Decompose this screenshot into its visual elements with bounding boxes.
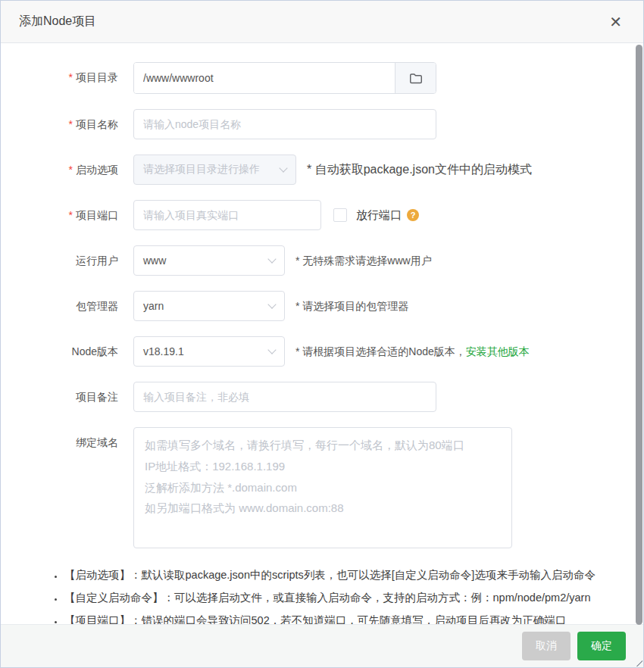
folder-icon: [409, 72, 423, 84]
project-name-label: *项目名称: [1, 109, 133, 139]
row-project-dir: *项目目录: [1, 62, 643, 94]
pkg-manager-label: 包管理器: [1, 291, 133, 321]
project-port-label: *项目端口: [1, 200, 133, 230]
pkg-manager-value: yarn: [143, 300, 164, 312]
row-project-port: *项目端口 放行端口 ?: [1, 200, 643, 230]
required-mark: *: [69, 164, 73, 176]
notes-section: 【启动选项】：默认读取package.json中的scripts列表，也可以选择…: [1, 563, 643, 624]
project-dir-input[interactable]: [134, 63, 395, 93]
row-domain: 绑定域名: [1, 427, 643, 548]
required-mark: *: [69, 209, 73, 221]
project-dir-group: [133, 62, 436, 94]
note-custom-command: 【自定义启动命令】：可以选择启动文件，或直接输入启动命令，支持的启动方式：例：n…: [64, 586, 643, 609]
node-version-hint: * 请根据项目选择合适的Node版本，安装其他版本: [295, 336, 530, 367]
release-port-option: 放行端口 ?: [333, 200, 419, 230]
row-pkg-manager: 包管理器 yarn * 请选择项目的包管理器: [1, 291, 643, 321]
confirm-button[interactable]: 确定: [577, 632, 626, 660]
run-user-value: www: [143, 254, 166, 267]
remark-input[interactable]: [133, 382, 436, 412]
resize-handle-icon[interactable]: [634, 658, 642, 666]
row-project-name: *项目名称: [1, 109, 643, 139]
run-user-hint: * 无特殊需求请选择www用户: [295, 245, 432, 276]
row-start-option: *启动选项 请选择项目目录进行操作 * 自动获取package.json文件中的…: [1, 155, 643, 185]
dialog-header: 添加Node项目 ✕: [1, 1, 643, 43]
chevron-down-icon: [267, 300, 276, 308]
release-port-label[interactable]: 放行端口: [356, 208, 402, 223]
note-start-option: 【启动选项】：默认读取package.json中的scripts列表，也可以选择…: [64, 563, 643, 586]
browse-directory-button[interactable]: [395, 63, 436, 93]
start-option-label: *启动选项: [1, 155, 133, 185]
help-icon[interactable]: ?: [407, 209, 419, 221]
row-remark: 项目备注: [1, 382, 643, 412]
dialog-title: 添加Node项目: [19, 14, 96, 30]
run-user-label: 运行用户: [1, 245, 133, 276]
cancel-button[interactable]: 取消: [522, 632, 571, 660]
chevron-down-icon: [279, 164, 287, 172]
remark-label: 项目备注: [1, 382, 133, 412]
install-other-version-link[interactable]: 安装其他版本: [466, 345, 530, 357]
project-name-input[interactable]: [133, 109, 436, 139]
close-icon[interactable]: ✕: [606, 11, 625, 33]
row-node-version: Node版本 v18.19.1 * 请根据项目选择合适的Node版本，安装其他版…: [1, 336, 643, 367]
vertical-scrollbar[interactable]: [636, 45, 642, 625]
project-port-input[interactable]: [133, 200, 321, 230]
pkg-manager-select[interactable]: yarn: [133, 291, 285, 321]
note-project-port: 【项目端口】：错误的端口会导致访问502，若不知道端口，可先随意填写，启动项目后…: [64, 609, 643, 624]
chevron-down-icon: [267, 345, 276, 354]
project-dir-label: *项目目录: [1, 62, 133, 92]
start-option-hint: * 自动获取package.json文件中的启动模式: [307, 155, 532, 185]
add-node-project-dialog: 添加Node项目 ✕ *项目目录 *: [0, 0, 644, 668]
release-port-checkbox[interactable]: [333, 208, 347, 222]
required-mark: *: [69, 71, 73, 83]
required-mark: *: [69, 118, 73, 130]
row-run-user: 运行用户 www * 无特殊需求请选择www用户: [1, 245, 643, 276]
dialog-footer: 取消 确定: [1, 624, 643, 667]
node-version-label: Node版本: [1, 336, 133, 367]
node-version-value: v18.19.1: [143, 345, 184, 357]
start-option-placeholder: 请选择项目目录进行操作: [143, 163, 260, 176]
node-version-select[interactable]: v18.19.1: [133, 336, 285, 367]
pkg-manager-hint: * 请选择项目的包管理器: [295, 291, 408, 321]
chevron-down-icon: [267, 254, 276, 263]
domain-label: 绑定域名: [1, 427, 133, 457]
start-option-select[interactable]: 请选择项目目录进行操作: [133, 155, 296, 185]
domain-textarea[interactable]: [133, 427, 512, 548]
run-user-select[interactable]: www: [133, 245, 285, 276]
dialog-body: *项目目录 *项目名称 *: [1, 43, 643, 624]
